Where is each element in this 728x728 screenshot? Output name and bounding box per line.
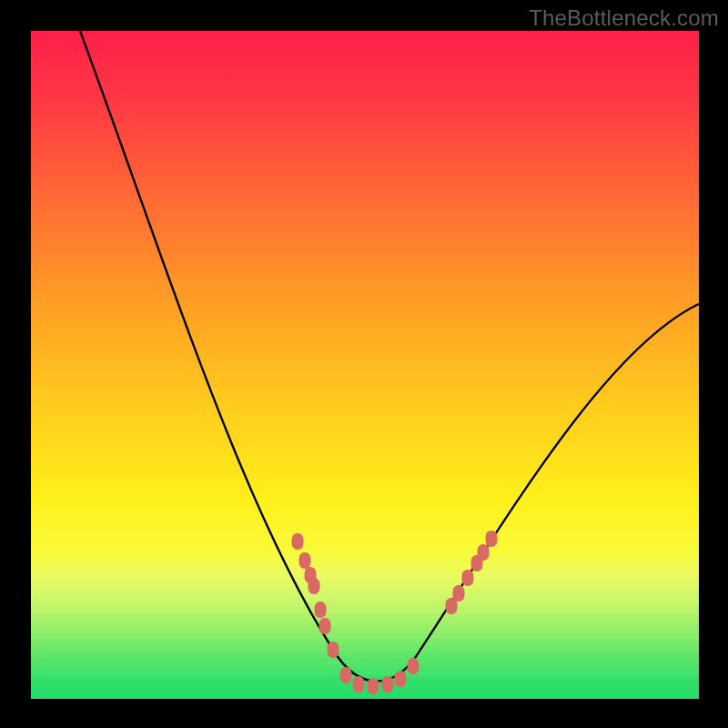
data-marker	[299, 552, 311, 569]
data-marker	[478, 544, 490, 561]
chart-svg	[31, 31, 699, 699]
plot-area	[31, 31, 699, 699]
data-marker	[486, 531, 498, 547]
data-marker	[340, 667, 352, 683]
data-marker	[308, 578, 320, 594]
data-marker	[395, 671, 407, 687]
data-marker	[328, 642, 339, 658]
data-marker	[353, 676, 365, 693]
data-marker	[453, 585, 465, 602]
data-marker	[368, 678, 379, 694]
data-marker	[408, 658, 420, 674]
data-marker	[292, 533, 304, 550]
watermark-text: TheBottleneck.com	[529, 5, 719, 31]
data-marker	[315, 602, 327, 618]
chart-frame: TheBottleneck.com	[0, 0, 728, 728]
data-marker	[462, 570, 474, 586]
data-marker	[319, 618, 331, 634]
data-marker	[382, 676, 394, 693]
